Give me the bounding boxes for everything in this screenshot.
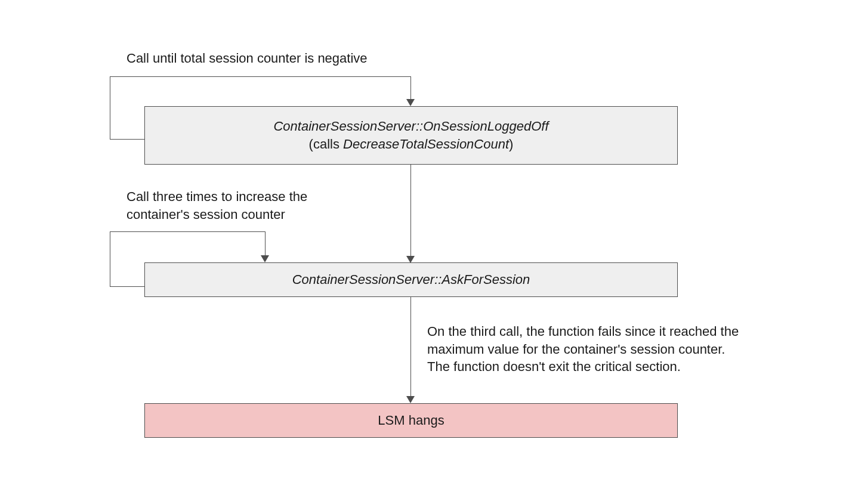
connector — [410, 165, 411, 257]
connector — [110, 76, 110, 139]
step-title: ContainerSessionServer::AskForSession — [292, 271, 530, 289]
text-italic: DecreaseTotalSessionCount — [343, 137, 509, 151]
text-line: maximum value for the container's sessio… — [427, 341, 739, 358]
arrowhead-down-icon — [406, 396, 415, 403]
connector — [265, 231, 266, 256]
text-line: Call three times to increase the — [126, 188, 307, 206]
note-top: Call until total session counter is nega… — [126, 50, 368, 67]
connector — [110, 76, 410, 77]
text-line: container's session counter — [126, 206, 307, 224]
connector — [110, 231, 110, 286]
connector — [110, 286, 144, 287]
arrowhead-down-icon — [261, 255, 269, 262]
step-subtitle: (calls DecreaseTotalSessionCount) — [309, 135, 514, 153]
note-middle: Call three times to increase the contain… — [126, 188, 307, 223]
note-bottom: On the third call, the function fails si… — [427, 323, 739, 376]
connector — [410, 297, 411, 397]
text-line: The function doesn't exit the critical s… — [427, 358, 739, 376]
text: ) — [509, 137, 513, 151]
arrowhead-down-icon — [406, 99, 415, 106]
connector — [410, 76, 411, 100]
text: (calls — [309, 137, 343, 151]
step-askforsession: ContainerSessionServer::AskForSession — [144, 262, 678, 297]
step-lsm-hangs: LSM hangs — [144, 403, 678, 438]
flowchart-canvas: Call until total session counter is nega… — [0, 0, 852, 504]
step-title: ContainerSessionServer::OnSessionLoggedO… — [273, 118, 548, 135]
connector — [110, 231, 265, 232]
text-line: On the third call, the function fails si… — [427, 323, 739, 341]
connector — [110, 139, 144, 140]
step-title: LSM hangs — [378, 412, 444, 429]
step-onsessionloggedoff: ContainerSessionServer::OnSessionLoggedO… — [144, 106, 678, 165]
